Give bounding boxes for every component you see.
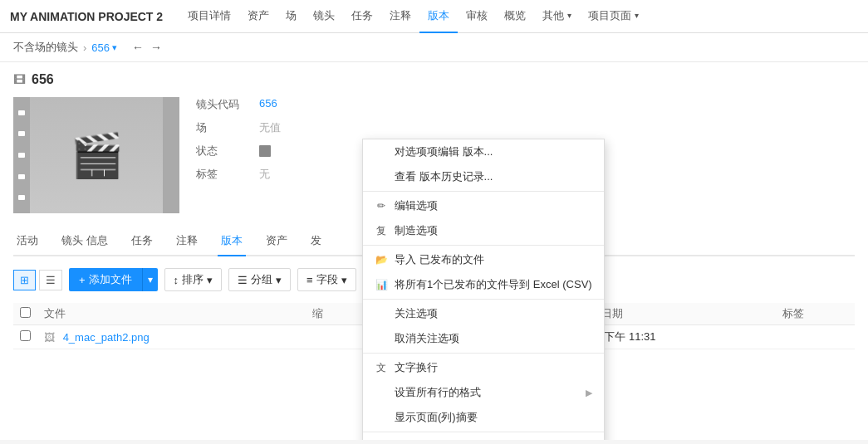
project-title: MY ANIMATION PROJECT 2 [10, 10, 163, 23]
nav-item-tasks[interactable]: 任务 [343, 0, 381, 33]
tab-tasks[interactable]: 任务 [128, 233, 156, 255]
top-nav: MY ANIMATION PROJECT 2 项目详情 资产 场 镜头 任务 注… [0, 0, 868, 33]
fields-icon: ≡ [306, 274, 313, 286]
context-menu: 对选项项编辑 版本... 查看 版本历史记录... ✏ 编辑选项 复 制造选项 … [362, 139, 605, 440]
add-file-dropdown-button[interactable]: ▾ [142, 268, 158, 291]
select-all-checkbox[interactable] [20, 307, 31, 318]
ctx-unfollow[interactable]: 取消关注选项 [363, 326, 604, 351]
field-value-status[interactable] [259, 144, 271, 157]
ctx-divider-1 [363, 191, 604, 192]
row-file-cell: 🖼 4_mac_path2.png [37, 325, 306, 349]
ctx-copy-option[interactable]: 复 制造选项 [363, 218, 604, 243]
tab-shot-info[interactable]: 镜头 信息 [58, 233, 111, 255]
nav-item-notes[interactable]: 注释 [381, 0, 419, 33]
field-value-tags: 无 [259, 167, 270, 182]
ctx-show-summary[interactable]: 显示页面(列)摘要 [363, 405, 604, 430]
sort-button[interactable]: ↕ 排序 ▾ [164, 268, 223, 291]
chevron-down-icon: ▾ [276, 274, 282, 286]
field-row-code: 镜头代码 656 [196, 97, 855, 112]
add-file-button[interactable]: + 添加文件 [69, 268, 142, 291]
group-button[interactable]: ☰ 分组 ▾ [228, 268, 291, 291]
chevron-down-icon: ▾ [148, 274, 153, 285]
view-toggle: ⊞ ☰ [13, 270, 62, 290]
ctx-follow[interactable]: 关注选项 [363, 301, 604, 326]
shot-number: 656 [32, 72, 54, 87]
tab-notes[interactable]: 注释 [173, 233, 201, 255]
ctx-view-history[interactable]: 查看 版本历史记录... [363, 164, 604, 189]
nav-item-other[interactable]: 其他 ▾ [534, 0, 580, 33]
grid-view-button[interactable]: ⊞ [13, 270, 36, 290]
ctx-view-publish-chain[interactable]: 🟢 View Publish Dependency Chain... [363, 434, 604, 440]
th-checkbox [13, 303, 37, 325]
film-icon: 🎬 [70, 130, 124, 181]
row-checkbox[interactable] [20, 330, 31, 341]
breadcrumb-nav: ← → [132, 41, 162, 54]
ctx-divider-2 [363, 245, 604, 246]
file-link[interactable]: 4_mac_path2.png [63, 331, 150, 344]
next-button[interactable]: → [150, 41, 162, 54]
field-label-tags: 标签 [196, 167, 246, 182]
ctx-divider-4 [363, 353, 604, 354]
add-file-btn-wrap: + 添加文件 ▾ [69, 268, 158, 291]
chevron-down-icon: ▾ [567, 11, 571, 20]
tab-publish[interactable]: 发 [307, 233, 325, 255]
field-label-scene: 场 [196, 120, 246, 135]
nav-item-assets[interactable]: 资产 [239, 0, 277, 33]
file-thumbnail-icon: 🖼 [44, 331, 55, 344]
shot-icon: 🎞 [13, 73, 25, 86]
plus-icon: + [79, 274, 86, 286]
breadcrumb: 不含场的镜头 › 656 ▾ ← → [0, 33, 868, 62]
field-label-status: 状态 [196, 144, 246, 159]
nav-item-review[interactable]: 审核 [458, 0, 496, 33]
field-row-scene: 场 无值 [196, 120, 855, 135]
import-icon: 📂 [375, 254, 388, 266]
text-wrap-icon: 文 [375, 361, 388, 375]
ctx-edit-version[interactable]: 对选项项编辑 版本... [363, 139, 604, 164]
nav-item-overview[interactable]: 概览 [496, 0, 534, 33]
chevron-down-icon: ▾ [207, 274, 213, 286]
nav-item-project-detail[interactable]: 项目详情 [179, 0, 239, 33]
copy-icon: 复 [375, 224, 388, 238]
row-thumb-cell [306, 325, 360, 349]
status-indicator [259, 145, 271, 157]
tab-versions[interactable]: 版本 [218, 233, 246, 256]
main-content: 🎞 656 🎬 镜头代码 656 场 无值 [0, 62, 868, 440]
nav-item-shots[interactable]: 镜头 [305, 0, 343, 33]
ctx-export-excel[interactable]: 📊 将所有1个已发布的文件导到 Excel (CSV) [363, 272, 604, 297]
shot-header: 🎞 656 [13, 72, 855, 87]
nav-item-versions[interactable]: 版本 [419, 0, 458, 33]
breadcrumb-sep: › [83, 41, 86, 54]
row-checkbox-cell [13, 325, 37, 349]
field-value-code[interactable]: 656 [259, 97, 277, 110]
fields-button[interactable]: ≡ 字段 ▾ [297, 268, 356, 291]
sort-icon: ↕ [174, 274, 179, 286]
nav-item-scene[interactable]: 场 [277, 0, 305, 33]
excel-icon: 📊 [375, 279, 388, 290]
ctx-import-published[interactable]: 📂 导入 已发布的文件 [363, 247, 604, 272]
ctx-format-rows[interactable]: 设置所有行的格式 ▶ [363, 380, 604, 405]
chevron-down-icon: ▾ [635, 11, 639, 20]
list-view-button[interactable]: ☰ [39, 270, 62, 290]
th-file: 文件 [37, 303, 306, 325]
prev-button[interactable]: ← [132, 41, 144, 54]
breadcrumb-parent[interactable]: 不含场的镜头 [13, 40, 78, 55]
pencil-icon: ✏ [375, 200, 388, 212]
tab-activity[interactable]: 活动 [13, 233, 42, 255]
chevron-down-icon: ▾ [112, 42, 117, 53]
chevron-down-icon: ▾ [341, 274, 347, 286]
th-thumb: 缩 [306, 303, 360, 325]
shot-thumbnail: 🎬 [13, 97, 179, 213]
nav-bar: 项目详情 资产 场 镜头 任务 注释 版本 审核 概览 其他 ▾ 项目页面 ▾ [179, 0, 647, 33]
tab-assets[interactable]: 资产 [262, 233, 291, 255]
chevron-right-icon: ▶ [586, 388, 592, 398]
nav-item-project-pages[interactable]: 项目页面 ▾ [580, 0, 647, 33]
shot-detail-area: 🎬 镜头代码 656 场 无值 状态 标签 [13, 97, 855, 213]
field-label-code: 镜头代码 [196, 97, 246, 112]
ctx-text-wrap[interactable]: 文 文字换行 [363, 355, 604, 380]
field-value-scene: 无值 [259, 120, 281, 135]
publish-chain-icon: 🟢 [375, 440, 388, 441]
group-icon: ☰ [238, 274, 248, 286]
film-strip-right [163, 97, 179, 213]
breadcrumb-current[interactable]: 656 ▾ [91, 41, 117, 54]
ctx-edit-option[interactable]: ✏ 编辑选项 [363, 193, 604, 218]
